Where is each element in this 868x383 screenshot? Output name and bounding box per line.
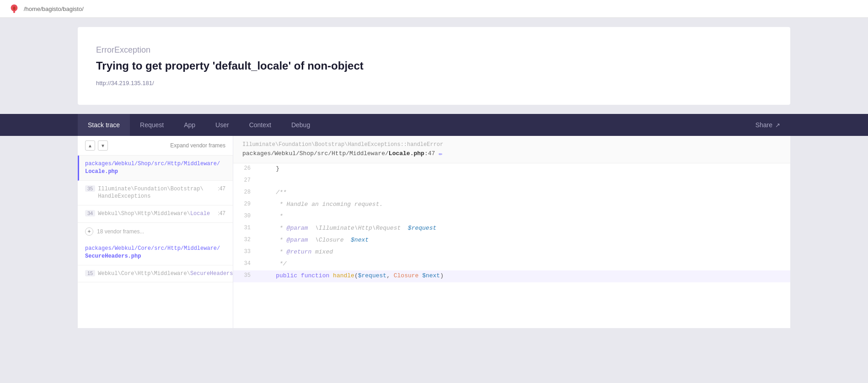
share-button[interactable]: Share ↗ — [745, 114, 790, 136]
code-line-28: 28 /** — [233, 187, 790, 199]
main-content: ▲ ▼ Expand vendor frames packages/Webkul… — [78, 136, 790, 328]
expand-vendor-icon: + — [85, 227, 93, 236]
frame-number-34: 34 — [85, 210, 95, 216]
tab-app[interactable]: App — [174, 114, 205, 136]
code-line-26: 26 } — [233, 163, 790, 175]
edit-icon[interactable]: ✏ — [439, 150, 442, 157]
code-line-35: 35 public function handle($request, Clos… — [233, 270, 790, 282]
frame-line-34: :47 — [218, 210, 225, 216]
share-icon: ↗ — [775, 122, 780, 129]
code-header-namespace: Illuminate\Foundation\Bootstrap\HandleEx… — [242, 141, 781, 148]
frame-item-bottom[interactable]: packages/Webkul/Core/src/Http/Middleware… — [78, 240, 233, 265]
top-bar: /home/bagisto/bagisto/ — [0, 0, 868, 18]
nav-bar: Stack trace Request App User Context Deb… — [0, 114, 868, 136]
code-header-path: packages/Webkul/Shop/src/Http/Middleware… — [242, 150, 781, 157]
code-line-27: 27 — [233, 175, 790, 187]
frame-number-15: 15 — [85, 270, 95, 276]
tab-context[interactable]: Context — [239, 114, 281, 136]
code-line-34: 34 */ — [233, 259, 790, 270]
frame-number-35: 35 — [85, 185, 95, 192]
error-type: ErrorException — [96, 45, 772, 55]
code-header-path-text: packages/Webkul/Shop/src/Http/Middleware… — [242, 150, 435, 157]
frame-path-bottom: packages/Webkul/Core/src/Http/Middleware… — [85, 245, 225, 260]
code-line-31: 31 * @param \Illuminate\Http\Request $re… — [233, 223, 790, 235]
error-url-link[interactable]: http://34.219.135.181/ — [96, 80, 154, 86]
vendor-frames-label: 18 vendor frames... — [97, 228, 144, 235]
tab-debug[interactable]: Debug — [281, 114, 320, 136]
arrow-down-button[interactable]: ▼ — [98, 140, 108, 151]
tab-stack-trace[interactable]: Stack trace — [78, 114, 130, 136]
logo-icon — [9, 4, 19, 14]
frame-path-15: Webkul\Core\Http\Middleware\SecureHeader… — [98, 270, 233, 278]
arrow-up-button[interactable]: ▲ — [85, 140, 95, 151]
tab-user[interactable]: User — [205, 114, 239, 136]
top-bar-path: /home/bagisto/bagisto/ — [24, 5, 84, 12]
frame-line-35: :47 — [218, 185, 225, 192]
expand-vendor-frames-link[interactable]: Expand vendor frames — [170, 142, 225, 149]
error-url[interactable]: http://34.219.135.181/ — [96, 80, 772, 86]
stack-arrows: ▲ ▼ — [85, 140, 108, 151]
vendor-frames-group[interactable]: + 18 vendor frames... — [78, 223, 233, 240]
code-header: Illuminate\Foundation\Bootstrap\HandleEx… — [233, 136, 790, 163]
frame-item-35[interactable]: 35 Illuminate\Foundation\Bootstrap\Handl… — [78, 181, 233, 206]
error-message: Trying to get property 'default_locale' … — [96, 59, 772, 72]
code-line-33: 33 * @return mixed — [233, 247, 790, 259]
frame-path-35: Illuminate\Foundation\Bootstrap\HandleEx… — [98, 185, 203, 201]
code-line-30: 30 * — [233, 211, 790, 223]
frame-item-34[interactable]: 34 Webkul\Shop\Http\Middleware\Locale :4… — [78, 205, 233, 223]
code-viewer: 26 } 27 28 /** 29 * Handle an incoming r… — [233, 163, 790, 282]
tab-request[interactable]: Request — [130, 114, 174, 136]
code-line-32: 32 * @param \Closure $next — [233, 235, 790, 247]
frame-path-active: packages/Webkul/Shop/src/Http/Middleware… — [85, 160, 225, 176]
stack-toolbar: ▲ ▼ Expand vendor frames — [78, 136, 233, 156]
frame-item-15[interactable]: 15 Webkul\Core\Http\Middleware\SecureHea… — [78, 265, 233, 283]
error-section: ErrorException Trying to get property 'd… — [78, 27, 790, 105]
code-line-29: 29 * Handle an incoming request. — [233, 199, 790, 211]
frame-path-34: Webkul\Shop\Http\Middleware\Locale — [98, 210, 210, 218]
frame-item-active[interactable]: packages/Webkul/Shop/src/Http/Middleware… — [78, 156, 233, 181]
code-panel: Illuminate\Foundation\Bootstrap\HandleEx… — [233, 136, 790, 328]
stack-panel: ▲ ▼ Expand vendor frames packages/Webkul… — [78, 136, 233, 328]
